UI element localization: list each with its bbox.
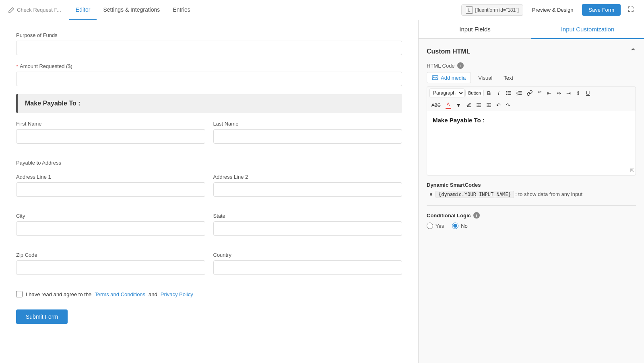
conditional-yes-option[interactable]: Yes — [427, 223, 444, 229]
purpose-of-funds-input[interactable] — [16, 41, 402, 55]
italic-button[interactable]: I — [494, 89, 503, 97]
svg-text:3.: 3. — [516, 93, 518, 96]
dynamic-code-tag: {dynamic.YOUR_INPUT_NAME} — [436, 191, 514, 198]
terms-row: I have read and agree to the Terms and C… — [16, 291, 402, 297]
svg-point-7 — [506, 94, 507, 95]
zip-country-row: Zip Code Country — [16, 252, 402, 283]
address-line1-input[interactable] — [16, 182, 205, 197]
address-line1-field: Address Line 1 — [16, 174, 205, 197]
payable-address-label: Payable to Address — [16, 160, 402, 166]
preview-button[interactable]: Preview & Design — [528, 4, 578, 15]
unordered-list-button[interactable] — [504, 89, 514, 97]
ul-icon — [506, 90, 512, 96]
align-justify-button[interactable]: ⇕ — [574, 89, 583, 97]
button-pill-btn[interactable]: Button — [465, 90, 484, 96]
expand-button[interactable] — [625, 4, 636, 16]
undo-button[interactable]: ↶ — [494, 101, 503, 109]
underline-button[interactable]: U — [584, 89, 592, 97]
terms-checkbox[interactable] — [16, 291, 23, 297]
payable-address-group: Payable to Address — [16, 160, 402, 166]
right-tab-bar: Input Fields Input Customization — [419, 20, 644, 39]
zip-code-input[interactable] — [16, 260, 205, 275]
add-media-button[interactable]: Add media — [427, 72, 471, 83]
city-state-row: City State — [16, 213, 402, 244]
dynamic-smartcodes-item: {dynamic.YOUR_INPUT_NAME} : to show data… — [430, 191, 636, 197]
paragraph-select[interactable]: Paragraph — [429, 89, 464, 97]
visual-mode-button[interactable]: Visual — [474, 72, 496, 83]
abc-button[interactable]: ABC — [429, 101, 443, 109]
svg-point-6 — [506, 93, 507, 93]
state-field: State — [213, 213, 402, 236]
conditional-yes-radio[interactable] — [427, 223, 433, 229]
html-code-label: HTML Code i — [427, 62, 636, 69]
font-color-button[interactable]: A — [444, 101, 453, 109]
city-input[interactable] — [16, 221, 205, 236]
required-star: * — [16, 63, 18, 69]
first-name-input[interactable] — [16, 129, 205, 144]
city-field: City — [16, 213, 205, 236]
tab-settings[interactable]: Settings & Integrations — [97, 0, 166, 20]
tab-input-customization[interactable]: Input Customization — [531, 20, 644, 39]
conditional-no-option[interactable]: No — [452, 223, 468, 229]
ol-icon: 1.2.3. — [516, 90, 522, 96]
privacy-link[interactable]: Privacy Policy — [161, 291, 193, 297]
country-label: Country — [213, 252, 402, 258]
terms-link[interactable]: Terms and Conditions — [95, 291, 145, 297]
chevron-up-icon[interactable]: ⌃ — [630, 47, 636, 56]
zip-code-field: Zip Code — [16, 252, 205, 275]
last-name-input[interactable] — [213, 129, 402, 144]
top-navigation: Check Request F... Editor Settings & Int… — [0, 0, 644, 20]
outdent-icon — [486, 103, 491, 108]
tab-editor[interactable]: Editor — [69, 0, 97, 20]
eraser-button[interactable] — [464, 101, 473, 109]
align-center-button[interactable]: ⇔ — [555, 89, 564, 97]
terms-and: and — [149, 291, 157, 297]
name-row: First Name Last Name — [16, 121, 402, 152]
indent-button[interactable] — [474, 101, 483, 109]
resize-handle[interactable]: ⇱ — [630, 168, 634, 173]
nav-tabs: Editor Settings & Integrations Entries — [69, 0, 197, 20]
redo-button[interactable]: ↷ — [504, 101, 513, 109]
outdent-button[interactable] — [484, 101, 493, 109]
blockquote-button[interactable]: “” — [535, 89, 544, 97]
last-name-label: Last Name — [213, 121, 402, 127]
conditional-no-radio[interactable] — [452, 223, 458, 229]
editor-top-toolbar: Add media Visual Text — [427, 72, 636, 83]
submit-button[interactable]: Submit Form — [16, 309, 68, 324]
address-line2-input[interactable] — [213, 182, 402, 197]
breadcrumb-area: Check Request F... — [8, 7, 61, 13]
text-mode-button[interactable]: Text — [500, 72, 517, 83]
tab-input-fields[interactable]: Input Fields — [419, 20, 531, 39]
country-input[interactable] — [213, 260, 402, 275]
amount-requested-input[interactable] — [16, 72, 402, 86]
custom-html-section-title: Custom HTML ⌃ — [427, 47, 636, 56]
conditional-info-icon: i — [473, 212, 480, 219]
breadcrumb-text: Check Request F... — [17, 7, 61, 13]
align-right-button[interactable]: ⇥ — [564, 89, 573, 97]
right-panel: Input Fields Input Customization Custom … — [419, 20, 644, 363]
save-form-button[interactable]: Save Form — [582, 4, 621, 16]
address-line1-label: Address Line 1 — [16, 174, 205, 180]
first-name-label: First Name — [16, 121, 205, 127]
dynamic-bullet — [430, 193, 432, 196]
font-color-arrow[interactable]: ▼ — [454, 101, 463, 109]
state-label: State — [213, 213, 402, 219]
dynamic-smartcodes-title: Dynamic SmartCodes — [427, 182, 636, 188]
purpose-of-funds-label: Purpose of Funds — [16, 32, 402, 38]
wysiwyg-content-text: Make Payable To : — [433, 117, 485, 124]
zip-code-label: Zip Code — [16, 252, 205, 258]
section-header-title: Make Payable To : — [25, 100, 395, 107]
wysiwyg-toolbar-row2: ABC A ▼ ↶ ↷ — [427, 99, 636, 111]
dynamic-item-suffix: : to show data from any input — [515, 191, 582, 197]
align-left-button[interactable]: ⇤ — [545, 89, 554, 97]
purpose-of-funds-field: Purpose of Funds — [16, 32, 402, 55]
link-button[interactable] — [525, 89, 535, 97]
eraser-icon — [466, 103, 471, 108]
tab-entries[interactable]: Entries — [166, 0, 197, 20]
ordered-list-button[interactable]: 1.2.3. — [514, 89, 524, 97]
bold-button[interactable]: B — [485, 89, 493, 97]
state-input[interactable] — [213, 221, 402, 236]
main-layout: Purpose of Funds * Amount Requested ($) … — [0, 20, 644, 363]
wysiwyg-content-area[interactable]: Make Payable To : ⇱ — [427, 111, 636, 175]
amount-requested-field: * Amount Requested ($) — [16, 63, 402, 86]
